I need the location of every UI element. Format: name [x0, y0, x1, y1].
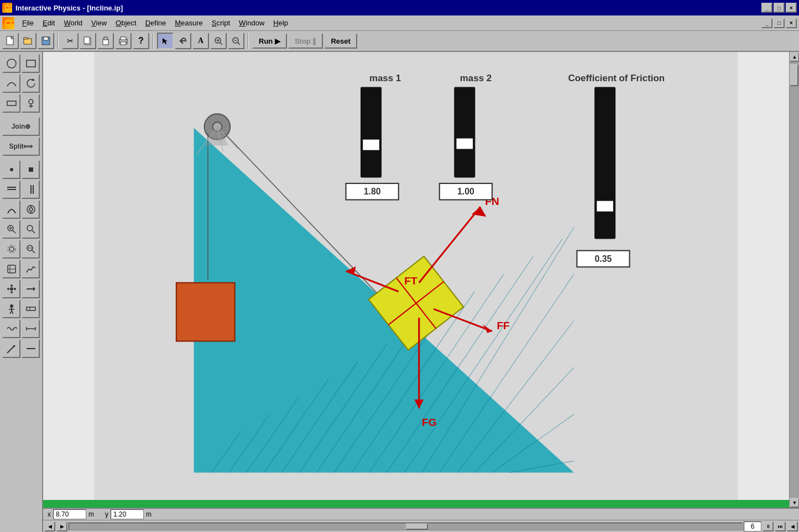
x-label: x	[48, 510, 51, 518]
scroll-up-btn[interactable]: ▲	[790, 52, 799, 62]
x-value[interactable]	[53, 509, 86, 519]
pb-slider-track[interactable]	[69, 523, 743, 530]
floor	[43, 500, 789, 508]
pb-step-back-btn[interactable]: ⏸	[763, 522, 774, 531]
title-controls[interactable]: _ □ ×	[761, 3, 797, 13]
svg-rect-10	[44, 37, 48, 40]
vline-tool[interactable]	[22, 180, 40, 199]
svg-rect-16	[121, 37, 126, 40]
menu-view[interactable]: View	[87, 17, 111, 29]
menu-object[interactable]: Object	[111, 17, 141, 29]
menu-world[interactable]: World	[59, 17, 87, 29]
pb-play-btn[interactable]: ▶	[56, 522, 67, 531]
point-tool[interactable]	[2, 160, 20, 179]
menu-window[interactable]: Window	[234, 17, 269, 29]
menu-script[interactable]: Script	[207, 17, 234, 29]
paste-btn[interactable]	[97, 33, 114, 49]
svg-rect-128	[456, 139, 473, 149]
hline-tool[interactable]	[2, 180, 20, 199]
maximize-btn[interactable]: □	[774, 3, 785, 13]
anchor-tool[interactable]	[22, 94, 40, 113]
open-btn[interactable]	[20, 33, 36, 49]
arc-tool[interactable]	[2, 200, 20, 219]
pb-slider-thumb[interactable]	[406, 523, 428, 530]
small-rect-tool[interactable]	[22, 160, 40, 179]
zoom-select2-tool[interactable]	[22, 220, 40, 239]
zoom-select-tool[interactable]	[2, 220, 20, 239]
menu-measure[interactable]: Measure	[170, 17, 207, 29]
run-button[interactable]: Run ▶	[252, 33, 287, 49]
right-scrollbar[interactable]: ▲ ▼	[789, 52, 799, 508]
diag-arrow-tool[interactable]	[2, 339, 20, 358]
line-rect-tool[interactable]	[2, 94, 20, 113]
scroll-track[interactable]	[790, 62, 799, 280]
save-btn[interactable]	[38, 33, 54, 49]
pb-next-btn[interactable]: ◀	[787, 522, 798, 531]
toolbox: Join⊕ Split⟺	[0, 52, 43, 532]
svg-point-58	[11, 285, 13, 287]
wave-tool[interactable]	[2, 319, 20, 338]
svg-rect-53	[28, 247, 32, 249]
join-btn[interactable]: Join⊕	[2, 117, 40, 136]
svg-rect-12	[84, 37, 90, 44]
svg-rect-123	[363, 140, 379, 150]
svg-point-60	[7, 288, 9, 290]
gear-tool[interactable]	[2, 240, 20, 259]
copy-btn[interactable]	[80, 33, 96, 49]
curve-tool[interactable]	[2, 74, 20, 93]
arrow-right-tool[interactable]	[22, 280, 40, 298]
rect-tool[interactable]	[22, 54, 40, 73]
pb-prev-btn[interactable]: ◀	[44, 522, 55, 531]
close-btn[interactable]: ×	[786, 3, 797, 13]
split-btn[interactable]: Split⟺	[2, 137, 40, 156]
flat-tool[interactable]	[22, 299, 40, 318]
svg-marker-63	[33, 287, 35, 291]
menu-help[interactable]: Help	[269, 17, 293, 29]
person-tool[interactable]	[2, 299, 20, 318]
target-tool[interactable]	[22, 200, 40, 219]
minimize-btn[interactable]: _	[761, 3, 772, 13]
cut-btn[interactable]: ✂	[62, 33, 79, 49]
separator-1	[58, 33, 59, 49]
print-btn[interactable]	[115, 33, 132, 49]
scroll-thumb[interactable]	[790, 64, 798, 86]
zoom-in-tool[interactable]	[210, 33, 227, 49]
svg-point-26	[7, 59, 16, 68]
svg-rect-14	[104, 37, 107, 40]
svg-rect-69	[27, 307, 35, 310]
help-btn[interactable]: ?	[133, 33, 149, 49]
text-tool[interactable]: A	[192, 33, 209, 49]
pb-frame-value[interactable]	[744, 522, 761, 531]
mdi-minimize[interactable]: _	[761, 18, 772, 28]
coord-bar: x m y m	[43, 508, 799, 520]
menu-define[interactable]: Define	[141, 17, 171, 29]
mdi-close[interactable]: ×	[786, 18, 797, 28]
simulation-canvas[interactable]: FN FT FF FG	[43, 52, 789, 508]
rotate-tool[interactable]	[22, 74, 40, 93]
menu-edit[interactable]: Edit	[38, 17, 59, 29]
circle-tool[interactable]	[2, 54, 20, 73]
stop-button[interactable]: Stop ‖	[288, 33, 323, 49]
scroll-down-btn[interactable]: ▼	[790, 498, 799, 508]
svg-text:1.00: 1.00	[457, 187, 474, 196]
svg-marker-18	[163, 38, 168, 44]
graph-tool[interactable]	[22, 260, 40, 278]
line-tool[interactable]	[22, 339, 40, 358]
cog-tool[interactable]	[2, 280, 20, 298]
select-tool[interactable]	[157, 33, 174, 49]
svg-rect-133	[597, 201, 613, 212]
mdi-maximize[interactable]: □	[774, 18, 785, 28]
new-btn[interactable]	[2, 33, 19, 49]
pb-step-fwd-btn[interactable]: ⏭	[775, 522, 786, 531]
y-value[interactable]	[111, 509, 144, 519]
gear2-tool[interactable]	[2, 260, 20, 278]
menu-file[interactable]: File	[18, 17, 38, 29]
measure-tool[interactable]	[22, 319, 40, 338]
zoom-out-tool[interactable]	[228, 33, 244, 49]
svg-point-49	[9, 247, 14, 251]
reset-button[interactable]: Reset	[324, 33, 357, 49]
svg-line-44	[13, 230, 15, 233]
svg-text:FF: FF	[497, 320, 509, 331]
undo-tool[interactable]	[175, 33, 191, 49]
zoom2-tool[interactable]	[22, 240, 40, 259]
